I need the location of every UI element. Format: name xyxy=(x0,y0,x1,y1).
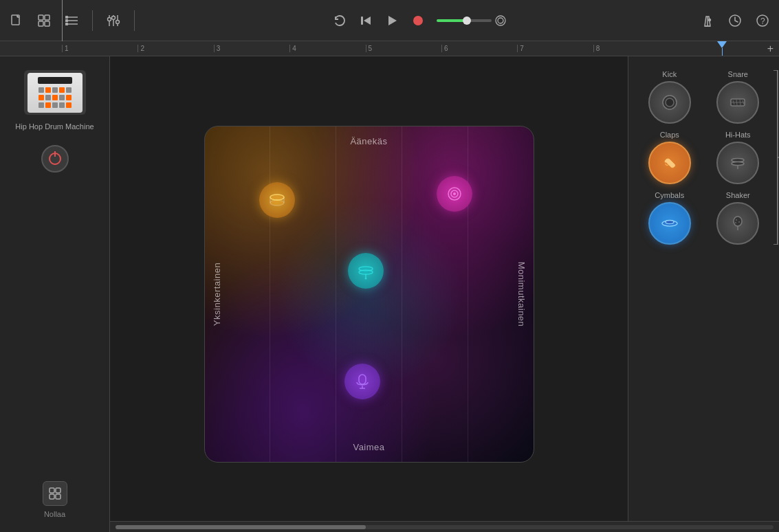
xy-label-loud: Äänekäs xyxy=(350,136,387,146)
playhead[interactable] xyxy=(717,41,727,56)
volume-control xyxy=(437,14,507,27)
dm-pad xyxy=(39,95,44,100)
svg-point-66 xyxy=(736,219,737,221)
svg-point-17 xyxy=(112,16,116,19)
kick-node[interactable] xyxy=(344,364,380,399)
dm-pad xyxy=(66,87,72,93)
toolbar: ? xyxy=(0,0,779,41)
hihats-pad[interactable] xyxy=(716,142,759,184)
hihats-cell: Hi-Hats xyxy=(707,131,769,184)
dm-pad xyxy=(66,102,72,108)
cymbals-pad[interactable] xyxy=(648,202,691,245)
dm-pad xyxy=(52,95,58,100)
kick-node-inner xyxy=(347,366,377,397)
hihat-node-inner xyxy=(351,256,381,286)
nollaa-button[interactable] xyxy=(43,481,67,506)
dm-pad xyxy=(59,87,65,93)
kick-cell: Kick xyxy=(639,70,701,124)
toolbar-divider-2 xyxy=(134,10,135,31)
svg-point-52 xyxy=(666,98,674,107)
browser-icon[interactable] xyxy=(34,11,54,30)
dm-pad xyxy=(59,95,65,100)
svg-point-60 xyxy=(732,162,744,166)
kick-pad[interactable] xyxy=(648,81,691,124)
instrument-thumbnail[interactable] xyxy=(24,70,86,115)
dm-pad xyxy=(59,102,65,108)
playhead-line xyxy=(722,48,723,56)
ruler-mark-2: 2 xyxy=(138,45,213,52)
drum-machine-graphic xyxy=(28,73,83,113)
snare-cell: Snare xyxy=(707,70,769,124)
svg-point-68 xyxy=(735,222,736,223)
kick-label: Kick xyxy=(662,70,677,78)
dm-pad xyxy=(45,87,51,93)
play-button[interactable] xyxy=(382,10,402,31)
ruler-marks: 1 2 3 4 5 6 7 8 xyxy=(62,45,669,52)
svg-point-22 xyxy=(413,16,423,25)
dm-pads-row-2 xyxy=(39,95,72,100)
scrollbar-track[interactable] xyxy=(116,525,773,529)
mixer-icon[interactable] xyxy=(104,11,123,30)
ruler-mark-5: 5 xyxy=(366,45,441,52)
hihat-node[interactable] xyxy=(348,253,384,289)
ruler-mark-8: 8 xyxy=(593,45,669,52)
svg-marker-20 xyxy=(364,16,371,25)
metronome-icon[interactable] xyxy=(698,11,717,30)
svg-point-23 xyxy=(496,16,505,25)
dm-pads-row-3 xyxy=(39,102,72,108)
cymbals-label: Cymbals xyxy=(655,191,684,199)
grid-col xyxy=(336,126,402,462)
claps-cell: Claps xyxy=(639,131,701,184)
list-icon[interactable] xyxy=(62,11,81,30)
tempo-icon[interactable] xyxy=(725,11,745,30)
undo-button[interactable] xyxy=(329,10,350,31)
instrument-name: Hip Hop Drum Machine xyxy=(15,122,94,131)
nollaa-section: Nollaa xyxy=(43,481,67,518)
nollaa-label: Nollaa xyxy=(44,510,65,518)
snare-pad[interactable] xyxy=(716,81,759,124)
xy-label-simple: Yksinkertainen xyxy=(212,263,222,326)
claps-node-inner xyxy=(439,179,470,209)
dm-pad xyxy=(45,102,51,108)
svg-rect-12 xyxy=(65,23,68,25)
ruler-mark-7: 7 xyxy=(517,45,593,52)
xy-pad[interactable]: Äänekäs Vaimea Yksinkertainen Monimutkai… xyxy=(204,126,534,463)
power-icon xyxy=(49,153,61,165)
svg-rect-48 xyxy=(359,375,366,384)
svg-point-18 xyxy=(116,20,120,23)
volume-knob[interactable] xyxy=(463,16,471,25)
top-line xyxy=(62,0,63,41)
shaker-pad[interactable] xyxy=(716,202,759,245)
help-icon[interactable]: ? xyxy=(753,11,772,30)
svg-rect-6 xyxy=(45,21,50,26)
claps-node[interactable] xyxy=(437,176,472,212)
bottom-scrollbar xyxy=(110,521,779,532)
power-button[interactable] xyxy=(41,145,69,173)
svg-point-67 xyxy=(738,221,740,223)
dm-pads-row-1 xyxy=(39,87,72,93)
svg-rect-33 xyxy=(56,488,61,493)
shaker-label: Shaker xyxy=(726,191,750,199)
record-button[interactable] xyxy=(408,10,428,31)
dm-screen xyxy=(38,77,72,84)
scrollbar-thumb[interactable] xyxy=(116,525,366,529)
svg-point-47 xyxy=(364,277,366,279)
claps-pad[interactable] xyxy=(648,142,691,184)
group-bracket xyxy=(768,70,779,245)
dm-pad xyxy=(52,87,58,93)
snare-node-inner xyxy=(262,185,292,215)
svg-rect-34 xyxy=(50,494,54,499)
shaker-cell: Shaker xyxy=(707,191,769,245)
xy-label-quiet: Vaimea xyxy=(353,442,384,452)
volume-slider[interactable] xyxy=(437,19,492,22)
svg-point-43 xyxy=(453,192,456,195)
add-track-button[interactable]: + xyxy=(767,43,773,55)
snare-label: Snare xyxy=(728,70,748,78)
new-document-icon[interactable] xyxy=(7,11,26,30)
snare-node[interactable] xyxy=(259,182,295,218)
ruler-mark-6: 6 xyxy=(441,45,517,52)
main-content: Hip Hop Drum Machine Nollaa xyxy=(0,56,779,532)
svg-point-45 xyxy=(359,270,373,274)
drum-pad-grid: Kick Snare xyxy=(639,70,769,245)
rewind-button[interactable] xyxy=(355,10,376,31)
